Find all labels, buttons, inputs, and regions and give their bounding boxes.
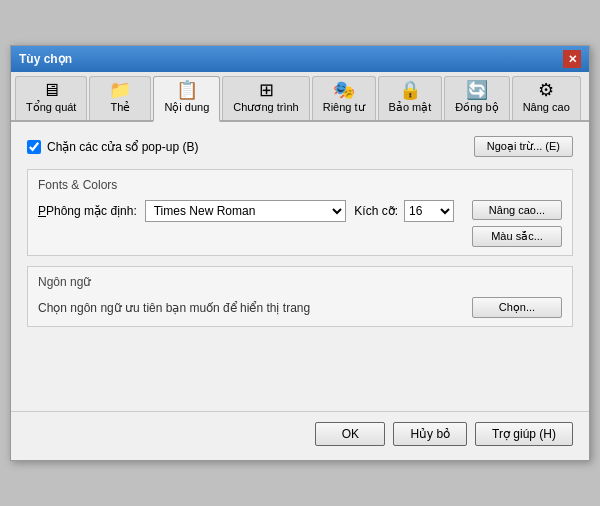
checkbox-left: Chặn các cửa sổ pop-up (B) [27, 140, 198, 154]
language-description: Chọn ngôn ngữ ưu tiên bạn muốn để hiển t… [38, 301, 310, 315]
window-title: Tùy chọn [19, 52, 72, 66]
font-label: PPhông mặc định: [38, 204, 137, 218]
folder-icon: 📁 [109, 81, 131, 99]
fonts-left: PPhông mặc định: Times New Roman Kích cỡ… [38, 200, 454, 228]
size-row: Kích cỡ: 16 [354, 200, 454, 222]
tab-rieng-tu[interactable]: 🎭 Riêng tư [312, 76, 376, 120]
main-window: Tùy chọn ✕ 🖥 Tổng quát 📁 Thẻ 📋 Nội dung … [10, 45, 590, 461]
font-dropdown[interactable]: Times New Roman [145, 200, 347, 222]
tab-tong-quat[interactable]: 🖥 Tổng quát [15, 76, 87, 120]
tab-bar: 🖥 Tổng quát 📁 Thẻ 📋 Nội dung ⊞ Chương tr… [11, 72, 589, 122]
tab-bao-mat[interactable]: 🔒 Bảo mật [378, 76, 443, 120]
content-icon: 📋 [176, 81, 198, 99]
language-title: Ngôn ngữ [38, 275, 562, 289]
font-buttons: Nâng cao... Màu sắc... [472, 200, 562, 247]
cancel-button[interactable]: Hủy bỏ [393, 422, 467, 446]
tab-nang-cao[interactable]: ⚙ Nâng cao [512, 76, 581, 120]
font-field-row: PPhông mặc định: Times New Roman Kích cỡ… [38, 200, 454, 222]
bottom-bar: OK Hủy bỏ Trợ giúp (H) [11, 411, 589, 460]
tab-noi-dung[interactable]: 📋 Nội dung [153, 76, 220, 122]
exception-button[interactable]: Ngoại trừ... (E) [474, 136, 573, 157]
program-icon: ⊞ [259, 81, 274, 99]
fonts-colors-title: Fonts & Colors [38, 178, 562, 192]
advanced-button[interactable]: Nâng cao... [472, 200, 562, 220]
gear-icon: ⚙ [538, 81, 554, 99]
help-button[interactable]: Trợ giúp (H) [475, 422, 573, 446]
tab-the[interactable]: 📁 Thẻ [89, 76, 151, 120]
size-dropdown[interactable]: 16 [404, 200, 454, 222]
tab-dong-bo[interactable]: 🔄 Đồng bộ [444, 76, 509, 120]
fonts-colors-section: Fonts & Colors PPhông mặc định: Times Ne… [27, 169, 573, 256]
ok-button[interactable]: OK [315, 422, 385, 446]
language-section: Ngôn ngữ Chọn ngôn ngữ ưu tiên bạn muốn … [27, 266, 573, 327]
mask-icon: 🎭 [333, 81, 355, 99]
popup-block-checkbox[interactable] [27, 140, 41, 154]
lock-icon: 🔒 [399, 81, 421, 99]
fonts-row: PPhông mặc định: Times New Roman Kích cỡ… [38, 200, 562, 247]
sync-icon: 🔄 [466, 81, 488, 99]
popup-block-label: Chặn các cửa sổ pop-up (B) [47, 140, 198, 154]
title-bar: Tùy chọn ✕ [11, 46, 589, 72]
language-row: Chọn ngôn ngữ ưu tiên bạn muốn để hiển t… [38, 297, 562, 318]
popup-block-row: Chặn các cửa sổ pop-up (B) Ngoại trừ... … [27, 136, 573, 157]
color-button[interactable]: Màu sắc... [472, 226, 562, 247]
close-button[interactable]: ✕ [563, 50, 581, 68]
size-label: Kích cỡ: [354, 204, 398, 218]
monitor-icon: 🖥 [42, 81, 60, 99]
tab-chuong-trinh[interactable]: ⊞ Chương trình [222, 76, 309, 120]
choose-language-button[interactable]: Chọn... [472, 297, 562, 318]
main-content: Chặn các cửa sổ pop-up (B) Ngoại trừ... … [11, 122, 589, 351]
